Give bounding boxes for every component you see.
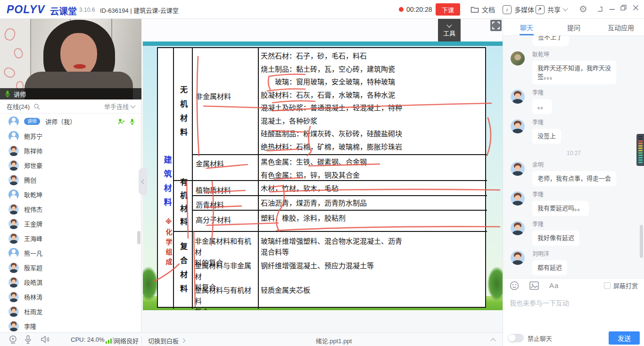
speaker-icon[interactable] bbox=[41, 335, 50, 345]
logo-suffix: 云课堂 bbox=[50, 4, 77, 17]
participant-row[interactable]: 李隆 bbox=[0, 319, 141, 332]
chevron-up-icon[interactable] bbox=[490, 338, 495, 343]
chat-panel: 聊天 提问 互动应用 签不上了 耿乾坤 我昨天还不知道，我昨天没签。。。 李隆 … bbox=[503, 19, 644, 346]
online-count: 在线(24) bbox=[7, 102, 30, 111]
switch-whiteboard-button[interactable]: 切换到白板 bbox=[148, 336, 185, 345]
tab-chat[interactable]: 聊天 bbox=[503, 19, 550, 35]
chat-message: 刘明洋 都有延迟 bbox=[503, 250, 644, 275]
network-status: 网络良好 bbox=[114, 336, 139, 345]
avatar bbox=[511, 90, 525, 104]
avatar bbox=[8, 233, 19, 244]
recording-dot-icon bbox=[399, 7, 404, 12]
tab-questions[interactable]: 提问 bbox=[550, 19, 597, 35]
participant-row[interactable]: 杨林涛 bbox=[0, 289, 141, 304]
participant-row[interactable]: 陈祥帅 bbox=[0, 143, 141, 158]
chat-scrollbar[interactable] bbox=[640, 225, 643, 258]
participant-row[interactable]: 熊一凡 bbox=[0, 246, 141, 260]
font-size-icon[interactable]: Aa bbox=[549, 281, 559, 289]
divider bbox=[141, 336, 142, 343]
share-screen-icon bbox=[536, 5, 545, 14]
chat-bubble: 没签上 bbox=[532, 129, 561, 144]
restore-window-icon[interactable] bbox=[620, 5, 627, 12]
chat-timestamp: 10:27 bbox=[503, 150, 644, 157]
slide-canvas[interactable]: 建筑材料 ※化学组成 无机材料 有机材料 复合材料 非金属材料 天然石材：石子，… bbox=[143, 41, 503, 310]
avatar bbox=[8, 175, 19, 185]
mic-on-icon bbox=[130, 118, 135, 125]
collapse-panel-handle[interactable] bbox=[139, 168, 147, 195]
chevron-down-icon bbox=[446, 22, 452, 27]
chat-sender-name: 李隆 bbox=[532, 221, 644, 228]
chat-sender-name: 刘明洋 bbox=[532, 250, 644, 258]
avatar bbox=[511, 251, 525, 265]
block-reward-option[interactable]: 屏蔽打赏 bbox=[604, 281, 638, 290]
presentation-stage: 工具 建筑材料 ※化学组成 bbox=[141, 19, 503, 332]
participant-row[interactable]: 王海峰 bbox=[0, 231, 141, 246]
avatar bbox=[511, 119, 525, 133]
image-icon[interactable] bbox=[529, 281, 539, 290]
video-overlay-bar: 讲师 bbox=[0, 88, 141, 99]
chat-message-list[interactable]: 签不上了 耿乾坤 我昨天还不知道，我昨天没签。。。 李隆 。。 李隆 没签上 1… bbox=[503, 36, 644, 278]
participant-name: 郑世豪 bbox=[24, 161, 42, 170]
content-plant: 木材，竹材，软木，毛毡 bbox=[261, 182, 486, 195]
avatar bbox=[8, 131, 19, 141]
participant-row-self[interactable]: 讲师 讲师（我） bbox=[0, 114, 141, 129]
content-metal: 黑色金属：生铁、碳素钢、合金钢 有色金属：铝，锌，铜及其合金 bbox=[261, 156, 486, 181]
chat-message: 耿乾坤 我昨天还不知道，我昨天没签。。。 bbox=[503, 51, 644, 84]
fullscreen-icon[interactable] bbox=[490, 20, 502, 31]
content-composite-2: 钢纤维增强混凝土、预应力混凝土等 bbox=[261, 260, 486, 271]
microphone-icon[interactable] bbox=[25, 335, 32, 346]
settings-gear-icon[interactable]: ⚙ bbox=[579, 4, 587, 14]
participant-row[interactable]: 郑世豪 bbox=[0, 158, 141, 173]
send-button[interactable]: 发送 bbox=[609, 331, 640, 345]
cpu-usage: CPU: 24.0% bbox=[71, 336, 105, 343]
category-composite-3: 金属材料与有机材料 复合 bbox=[195, 285, 257, 310]
chat-sender-name: 李隆 bbox=[532, 191, 644, 198]
end-class-button[interactable]: 下课 bbox=[436, 3, 460, 16]
chat-bubble: 我好像有延迟 bbox=[532, 231, 579, 246]
tab-interactive-apps[interactable]: 互动应用 bbox=[597, 19, 644, 35]
chat-sender-name: 耿乾坤 bbox=[532, 51, 644, 58]
avatar bbox=[8, 321, 19, 331]
chevron-left-icon bbox=[141, 179, 146, 184]
tools-button[interactable]: 工具 bbox=[438, 19, 461, 41]
mini-mode-icon[interactable] bbox=[597, 6, 603, 14]
close-icon[interactable] bbox=[633, 5, 639, 12]
search-icon[interactable] bbox=[33, 103, 40, 110]
participant-row[interactable]: 殷军超 bbox=[0, 260, 141, 275]
participant-row[interactable]: 鲍苏宁 bbox=[0, 129, 141, 143]
online-bar: 在线(24) 举手连线 bbox=[0, 99, 141, 114]
avatar bbox=[8, 277, 19, 288]
participant-row[interactable]: 王金牌 bbox=[0, 216, 141, 231]
chat-input[interactable] bbox=[503, 292, 644, 330]
chat-message: 李隆 我有要延迟吗。。 bbox=[503, 191, 644, 216]
participant-list[interactable]: 讲师 讲师（我） 鲍苏宁 陈祥帅 郑世豪 腾创 耿乾坤 程伟杰 王金牌 王海峰 … bbox=[0, 114, 141, 332]
participant-row[interactable]: 程伟杰 bbox=[0, 202, 141, 216]
group-inorganic-label: 无机材料 bbox=[173, 48, 192, 180]
participant-row[interactable]: 杜雨龙 bbox=[0, 304, 141, 319]
avatar bbox=[511, 191, 525, 206]
minimize-icon[interactable] bbox=[609, 5, 615, 12]
participant-name: 程伟杰 bbox=[24, 205, 42, 214]
mute-chat-label: 禁止聊天 bbox=[528, 334, 552, 343]
documents-button[interactable]: 文档 bbox=[471, 4, 495, 15]
checkbox-icon[interactable] bbox=[604, 282, 611, 289]
raise-hand-dropdown[interactable]: 举手连线 bbox=[104, 102, 135, 111]
volume-meter-widget[interactable] bbox=[636, 134, 644, 166]
participant-row[interactable]: 腾创 bbox=[0, 173, 141, 187]
folder-icon bbox=[471, 6, 479, 13]
avatar bbox=[8, 204, 19, 214]
chat-message: 李隆 没签上 bbox=[503, 119, 644, 144]
chat-sender-name: 李隆 bbox=[532, 119, 644, 126]
webcam-icon[interactable] bbox=[8, 335, 17, 346]
share-button[interactable]: 共享 bbox=[536, 4, 567, 15]
mute-chat-toggle[interactable] bbox=[508, 334, 524, 342]
avatar bbox=[8, 189, 19, 200]
participant-scrollbar[interactable] bbox=[137, 231, 140, 244]
participant-row[interactable]: 段皓淇 bbox=[0, 275, 141, 289]
avatar bbox=[8, 306, 19, 317]
left-panel: 讲师 在线(24) 举手连线 讲师 讲师（我） 鲍苏宁 陈祥帅 bbox=[0, 19, 141, 332]
participant-row[interactable]: 耿乾坤 bbox=[0, 187, 141, 202]
content-asphalt: 石油沥青，煤沥青，沥青防水制品 bbox=[261, 197, 486, 210]
emoji-icon[interactable] bbox=[510, 281, 519, 290]
multimedia-button[interactable]: ♪ 多媒体 bbox=[503, 4, 534, 15]
